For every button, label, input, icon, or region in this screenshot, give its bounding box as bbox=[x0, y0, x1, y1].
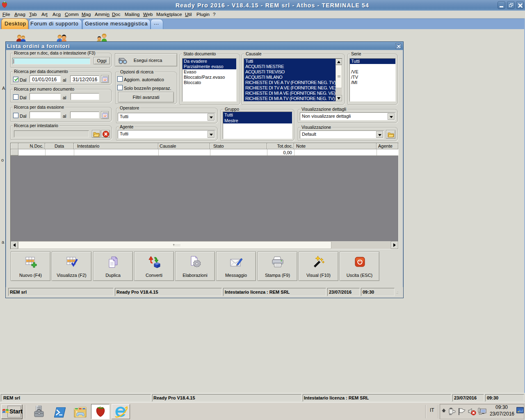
svg-text:12: 12 bbox=[103, 78, 107, 81]
svg-text:12: 12 bbox=[103, 114, 107, 117]
